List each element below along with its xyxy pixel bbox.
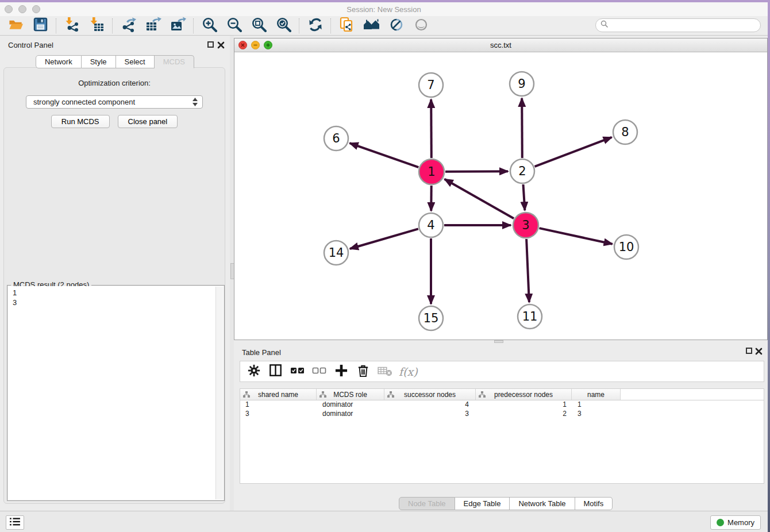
column-header-predecessor-nodes[interactable]: predecessor nodes — [476, 389, 572, 400]
zoom-out-button[interactable] — [222, 17, 247, 34]
select-chevrons-icon — [192, 98, 198, 106]
save-session-button[interactable] — [28, 17, 53, 34]
cell-shared-name[interactable]: 3 — [240, 410, 317, 419]
table-settings-button[interactable] — [246, 364, 261, 379]
cell-name[interactable]: 1 — [572, 400, 621, 410]
network-window-titlebar[interactable]: scc.txt — [234, 38, 767, 52]
desktop-edge-right — [768, 0, 770, 532]
list-icon — [9, 517, 21, 529]
float-table-panel-icon[interactable] — [746, 348, 752, 354]
zoom-selected-button[interactable] — [271, 17, 296, 34]
table-row[interactable]: 3 dominator 3 2 3 — [240, 410, 764, 419]
cell-predecessor-nodes[interactable]: 1 — [476, 400, 572, 410]
close-panel-button[interactable]: Close panel — [118, 115, 178, 128]
zoom-fit-button[interactable] — [247, 17, 271, 34]
cell-shared-name[interactable]: 1 — [240, 400, 317, 410]
column-header-successor-nodes[interactable]: successor nodes — [384, 389, 476, 400]
tab-select[interactable]: Select — [116, 55, 155, 68]
cell-predecessor-nodes[interactable]: 2 — [476, 410, 572, 419]
zoom-in-button[interactable] — [197, 17, 222, 34]
table-row[interactable]: 1 dominator 4 1 1 — [240, 400, 764, 410]
clone-network-button[interactable] — [334, 17, 359, 34]
delete-column-button[interactable] — [355, 364, 371, 379]
graph-edge-2-3[interactable] — [523, 184, 525, 210]
task-history-button[interactable] — [6, 515, 24, 530]
export-image-button[interactable] — [165, 17, 190, 34]
toolbar-separator — [112, 18, 113, 33]
zoom-selected-icon — [276, 17, 291, 34]
close-table-panel-icon[interactable] — [755, 347, 763, 354]
tab-style[interactable]: Style — [82, 55, 116, 68]
graph-edge-3-11[interactable] — [526, 239, 529, 302]
graph-edge-1-7[interactable] — [431, 99, 432, 158]
tab-edge-table[interactable]: Edge Table — [455, 497, 510, 510]
graph-node-label: 8 — [621, 125, 629, 139]
memory-button[interactable]: Memory — [710, 515, 761, 530]
close-panel-icon[interactable] — [217, 41, 225, 48]
memory-label: Memory — [727, 518, 754, 527]
cell-name[interactable]: 3 — [572, 410, 621, 419]
search-input[interactable] — [611, 21, 760, 30]
graph-node-label: 10 — [619, 240, 634, 254]
graph-edge-2-9[interactable] — [522, 98, 522, 158]
create-column-button[interactable] — [333, 364, 349, 379]
open-session-button[interactable] — [3, 17, 28, 34]
graph-edge-1-2[interactable] — [445, 171, 508, 172]
import-table-button[interactable] — [84, 17, 109, 34]
graph-edge-4-14[interactable] — [350, 229, 418, 249]
node-table: shared name MCDS role successor nodes pr… — [240, 388, 764, 484]
column-header-shared-name[interactable]: shared name — [240, 389, 317, 400]
control-panel-title: Control Panel — [8, 41, 53, 49]
column-header-name[interactable]: name — [572, 389, 621, 400]
show-hidden-button[interactable] — [409, 17, 433, 34]
column-type-icon — [243, 391, 250, 398]
main-toolbar — [0, 16, 768, 36]
import-network-button[interactable] — [60, 17, 84, 34]
application-window: Session: New Session — [0, 0, 770, 532]
toolbar-separator — [193, 18, 194, 33]
graph-node-label: 7 — [427, 78, 434, 92]
refresh-button[interactable] — [303, 17, 328, 34]
graph-node-label: 15 — [424, 311, 439, 325]
cell-successor-nodes[interactable]: 3 — [384, 410, 476, 419]
select-all-button[interactable] — [290, 364, 305, 379]
graph-edge-1-6[interactable] — [350, 143, 419, 167]
network-canvas[interactable]: 7968124314101511 — [234, 52, 767, 340]
open-folder-icon — [8, 17, 24, 34]
status-bar: Memory — [0, 511, 768, 532]
graph-node-label: 3 — [522, 218, 529, 232]
export-table-button[interactable] — [141, 17, 165, 34]
tab-network[interactable]: Network — [36, 55, 82, 68]
mcds-result-text[interactable]: 1 3 — [8, 286, 224, 500]
cell-successor-nodes[interactable]: 4 — [384, 400, 476, 410]
export-network-button[interactable] — [116, 17, 141, 34]
deselect-all-button[interactable] — [311, 364, 327, 379]
result-scrollbar[interactable] — [215, 287, 223, 499]
column-type-icon — [319, 391, 326, 398]
graph-edge-3-1[interactable] — [445, 179, 514, 218]
hide-selected-button[interactable] — [384, 17, 409, 34]
optimization-criterion-label: Optimization criterion: — [4, 79, 225, 87]
graph-node-label: 1 — [428, 165, 435, 179]
table-panel-tabs: Node Table Edge Table Network Table Moti… — [399, 497, 613, 510]
tab-motifs[interactable]: Motifs — [575, 497, 613, 510]
vertical-splitter[interactable] — [230, 36, 234, 511]
tab-mcds[interactable]: MCDS — [155, 55, 194, 68]
graph-edge-3-10[interactable] — [540, 228, 613, 244]
cell-mcds-role[interactable]: dominator — [317, 400, 384, 410]
float-panel-icon[interactable] — [207, 41, 214, 48]
run-mcds-button[interactable]: Run MCDS — [51, 115, 110, 128]
toolbar-separator — [330, 18, 332, 33]
criterion-select[interactable]: strongly connected component — [26, 95, 203, 109]
search-field[interactable] — [595, 18, 761, 32]
window-title: Session: New Session — [0, 5, 768, 14]
tab-node-table[interactable]: Node Table — [399, 497, 455, 510]
home-button[interactable] — [359, 17, 384, 34]
graph-node-label: 11 — [522, 310, 538, 323]
show-columns-button[interactable] — [268, 364, 283, 379]
graph-edge-2-8[interactable] — [535, 137, 612, 167]
cell-mcds-role[interactable]: dominator — [317, 410, 384, 419]
tab-network-table[interactable]: Network Table — [510, 497, 575, 510]
delete-table-button-disabled — [377, 364, 392, 379]
column-header-mcds-role[interactable]: MCDS role — [317, 389, 384, 400]
